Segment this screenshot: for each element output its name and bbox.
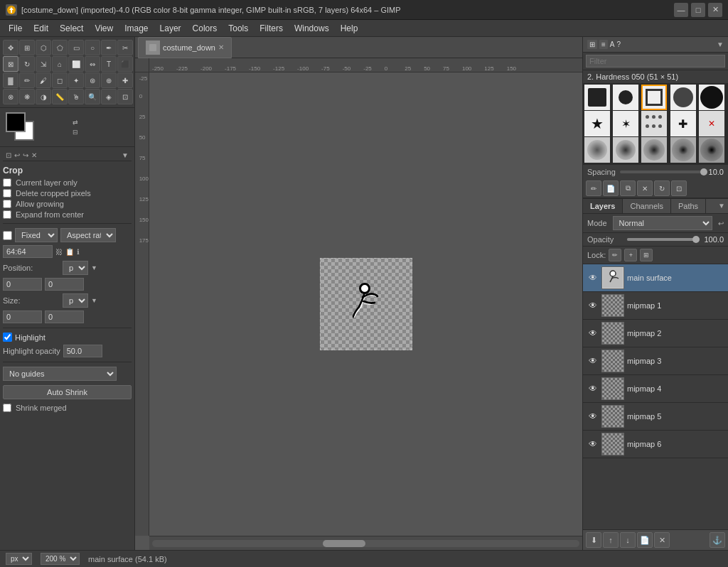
filter-input[interactable] (586, 55, 725, 68)
tool-blend[interactable]: ▓ (3, 72, 18, 88)
tool-pencil[interactable]: ✏ (19, 72, 35, 88)
unit-select[interactable]: px (6, 553, 32, 565)
layers-panel-menu-icon[interactable]: ▼ (715, 199, 728, 213)
tool-ink[interactable]: ⊛ (85, 72, 100, 88)
position-x-input[interactable] (3, 278, 42, 291)
shrink-merged-label[interactable]: Shrink merged (16, 404, 67, 412)
scrollbar-track[interactable] (152, 540, 579, 547)
layers-mode-select[interactable]: Normal (613, 216, 712, 230)
brush-cell-8[interactable] (641, 111, 667, 136)
menu-item-windows[interactable]: Windows (289, 22, 335, 35)
size-h-input[interactable] (45, 310, 84, 323)
size-unit-select[interactable]: px (63, 293, 88, 308)
highlight-opacity-input[interactable] (63, 345, 102, 357)
layer-item-mipmap1[interactable]: 👁 mipmap 1 (583, 292, 728, 320)
tool-extra1[interactable]: ◈ (101, 89, 117, 104)
brush-cell-4[interactable] (670, 85, 696, 110)
brush-cell-9[interactable]: ✚ (670, 111, 696, 136)
tool-move[interactable]: ✥ (3, 40, 18, 55)
menu-item-edit[interactable]: Edit (28, 22, 54, 35)
swap-colors-button[interactable]: ⇄ (73, 119, 78, 126)
auto-shrink-button[interactable]: Auto Shrink (3, 385, 132, 399)
layer-eye-mipmap4[interactable]: 👁 (587, 383, 599, 394)
menu-item-colors[interactable]: Colors (187, 22, 223, 35)
layer-lower-button[interactable]: ↓ (620, 532, 636, 548)
layer-anchor-button[interactable]: ⚓ (710, 532, 725, 548)
menu-item-select[interactable]: Select (54, 22, 89, 35)
layer-eye-mipmap1[interactable]: 👁 (587, 300, 599, 311)
brushes-panel-menu-icon[interactable]: ▼ (717, 40, 724, 48)
canvas-container[interactable]: -250 -225 -200 -175 -150 -125 -100 -75 -… (135, 58, 582, 550)
reset-colors-button[interactable]: ⊟ (73, 129, 78, 136)
tool-rotate[interactable]: ↻ (19, 56, 35, 72)
tab-layers[interactable]: Layers (583, 199, 623, 213)
allow-growing-checkbox[interactable] (3, 200, 11, 208)
menu-item-image[interactable]: Image (119, 22, 154, 35)
tool-scissors[interactable]: ✂ (117, 40, 133, 55)
layer-item-mipmap5[interactable]: 👁 mipmap 5 (583, 403, 728, 431)
brush-cell-10[interactable]: ✕ (699, 111, 724, 136)
current-layer-only-label[interactable]: Current layer only (16, 178, 77, 187)
tool-crop[interactable]: ⊠ (3, 56, 18, 72)
tool-fuzzyselect[interactable]: ⬠ (52, 40, 68, 55)
fixed-mode-select[interactable]: Fixed (15, 228, 58, 242)
tool-extra2[interactable]: ⊡ (117, 89, 133, 104)
brush-cell-15[interactable] (699, 137, 724, 163)
tab-channels[interactable]: Channels (623, 199, 670, 213)
minimize-button[interactable]: — (674, 3, 688, 17)
tool-dodge[interactable]: ◑ (36, 89, 51, 104)
tool-scale[interactable]: ⇲ (36, 56, 51, 72)
lock-pixels-button[interactable]: ✏ (609, 249, 621, 261)
brush-cell-13[interactable] (641, 137, 667, 163)
brush-cell-12[interactable] (613, 137, 638, 163)
tool-rectselect[interactable]: ▭ (68, 40, 84, 55)
layer-raise-button[interactable]: ↑ (603, 532, 619, 548)
horizontal-scrollbar[interactable] (149, 536, 582, 550)
close-button[interactable]: ✕ (708, 3, 722, 17)
lock-all-button[interactable]: ⊞ (640, 249, 653, 261)
brushes-view-icon[interactable]: ⊞ (587, 40, 597, 49)
layer-item-mipmap4[interactable]: 👁 mipmap 4 (583, 375, 728, 403)
foreground-color-swatch[interactable] (6, 112, 26, 132)
menu-item-view[interactable]: View (89, 22, 119, 35)
tool-measure[interactable]: 📏 (52, 89, 68, 104)
shrink-merged-checkbox[interactable] (3, 404, 11, 412)
tool-eraser[interactable]: ◻ (52, 72, 68, 88)
brush-cell-6[interactable]: ★ (584, 111, 610, 136)
layer-item-mipmap2[interactable]: 👁 mipmap 2 (583, 320, 728, 347)
layer-eye-mipmap5[interactable]: 👁 (587, 411, 599, 422)
brush-edit-button[interactable]: ✏ (586, 180, 601, 196)
layer-eye-main-surface[interactable]: 👁 (587, 272, 599, 284)
tool-flip[interactable]: ⇔ (85, 56, 100, 72)
tool-colorpick[interactable]: 🖱 (68, 89, 84, 104)
size-w-input[interactable] (3, 310, 42, 323)
brush-delete-button[interactable]: ✕ (637, 180, 653, 196)
position-unit-select[interactable]: px (63, 261, 88, 275)
fixed-value-select[interactable]: Aspect ratio (60, 228, 116, 242)
size-64-input[interactable] (3, 245, 53, 258)
tool-heal[interactable]: ✚ (117, 72, 133, 88)
image-tab[interactable]: costume_down ✕ (138, 37, 232, 58)
tool-convolve[interactable]: ❋ (19, 89, 35, 104)
brush-cell-5[interactable] (699, 85, 724, 110)
layer-delete-button[interactable]: ✕ (654, 532, 670, 548)
fixed-checkbox[interactable] (3, 231, 12, 240)
canvas-scroll-area[interactable] (149, 72, 582, 536)
tab-paths[interactable]: Paths (671, 199, 706, 213)
expand-from-center-label[interactable]: Expand from center (16, 210, 84, 219)
zoom-select[interactable]: 200 % (41, 553, 80, 565)
brush-refresh-button[interactable]: ↻ (654, 180, 670, 196)
opacity-slider-thumb[interactable] (692, 236, 700, 243)
layer-new-button[interactable]: ⬇ (586, 532, 601, 548)
spacing-slider-thumb[interactable] (700, 168, 707, 176)
tool-airbrush[interactable]: ✦ (68, 72, 84, 88)
delete-cropped-checkbox[interactable] (3, 189, 11, 198)
tool-path[interactable]: ✒ (101, 40, 117, 55)
spacing-slider[interactable] (620, 171, 705, 173)
brush-cell-1[interactable] (584, 85, 610, 110)
brush-duplicate-button[interactable]: ⧉ (620, 180, 636, 196)
layer-duplicate-button[interactable]: 📄 (637, 532, 653, 548)
brush-dialog-button[interactable]: ⊡ (671, 180, 687, 196)
tool-perspective[interactable]: ⬜ (68, 56, 84, 72)
layer-item-mipmap3[interactable]: 👁 mipmap 3 (583, 347, 728, 375)
